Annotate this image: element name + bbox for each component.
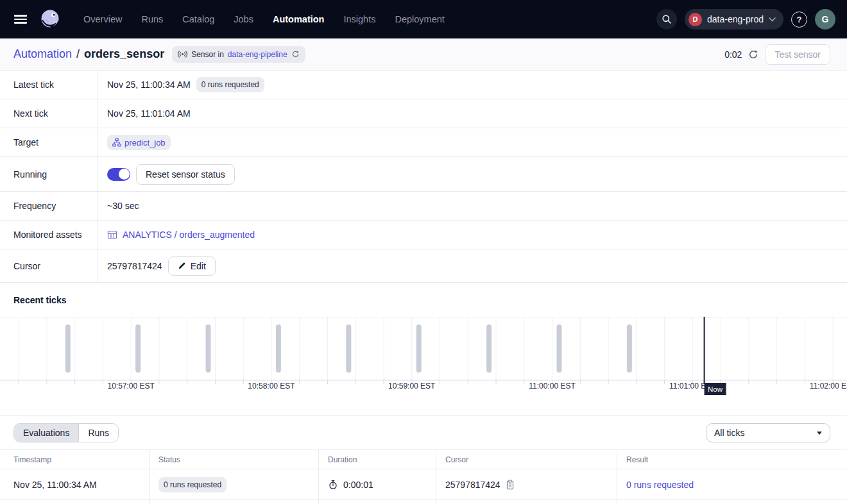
copy-cursor-icon[interactable] (506, 480, 515, 490)
refresh-icon (748, 49, 758, 60)
evaluations-table-header: Timestamp Status Duration Cursor Result (0, 449, 847, 469)
eval-timestamp: Nov 25, 11:00:34 AM (13, 480, 97, 490)
evaluation-row: Nov 25, 11:00:34 AM 0 runs requested 0:0… (0, 469, 847, 500)
refresh-countdown: 0:02 (724, 49, 742, 60)
tick-bar[interactable] (556, 324, 561, 373)
sensor-icon (178, 50, 187, 58)
recent-ticks-heading: Recent ticks (0, 283, 847, 317)
tick-filter-dropdown[interactable]: All ticks (706, 423, 830, 442)
eval-duration: 0:00:01 (343, 480, 373, 490)
tab-runs[interactable]: Runs (79, 424, 118, 442)
monitored-asset-name: ANALYTICS / orders_augmented (123, 230, 255, 240)
page-title: orders_sensor (84, 47, 164, 61)
evaluation-row-partial (0, 500, 847, 504)
tick-filter-value: All ticks (714, 428, 744, 438)
dagster-logo-icon[interactable] (38, 8, 62, 31)
primary-nav: Overview Runs Catalog Jobs Automation In… (83, 14, 445, 24)
axis-time-label: 10:57:00 EST (108, 382, 155, 391)
row-cursor: Cursor 25797817424 Edit (0, 249, 847, 283)
sensor-type-badge: Sensor in data-eng-pipeline (172, 46, 305, 63)
running-label: Running (0, 157, 98, 191)
breadcrumb-automation-link[interactable]: Automation (13, 47, 72, 61)
axis-time-label: 10:58:00 EST (248, 382, 295, 391)
row-latest-tick: Latest tick Nov 25, 11:00:34 AM 0 runs r… (0, 71, 847, 99)
job-icon (112, 138, 121, 147)
nav-item-catalog[interactable]: Catalog (182, 14, 214, 24)
hamburger-menu-icon[interactable] (14, 12, 30, 27)
axis-time-label: 10:59:00 EST (388, 382, 436, 391)
frequency-value: ~30 sec (107, 201, 139, 211)
tick-bar[interactable] (346, 324, 351, 373)
nav-item-automation[interactable]: Automation (273, 14, 325, 24)
eval-cursor: 25797817424 (445, 480, 501, 490)
reload-repo-icon[interactable] (291, 50, 300, 58)
stopwatch-icon (328, 480, 338, 490)
eval-result-link[interactable]: 0 runs requested (626, 480, 694, 490)
search-button[interactable] (656, 9, 677, 29)
tick-bar[interactable] (627, 324, 632, 373)
view-segmented-control: Evaluations Runs (13, 423, 119, 442)
edit-cursor-button[interactable]: Edit (168, 256, 216, 276)
col-result: Result (617, 450, 847, 469)
row-monitored-assets: Monitored assets ANALYTICS / orders_augm… (0, 221, 847, 249)
help-icon[interactable]: ? (791, 12, 807, 28)
repo-link[interactable]: data-eng-pipeline (228, 50, 287, 59)
col-cursor: Cursor (436, 450, 617, 469)
row-running: Running Reset sensor status (0, 157, 847, 192)
now-badge-label: Now (708, 385, 723, 393)
tick-bar[interactable] (206, 324, 211, 373)
refresh-button[interactable] (748, 49, 758, 60)
chevron-down-icon (769, 17, 776, 22)
evaluations-toolbar: Evaluations Runs All ticks (0, 416, 847, 449)
col-duration: Duration (319, 450, 436, 469)
monitored-asset-link[interactable]: ANALYTICS / orders_augmented (107, 230, 255, 240)
eval-status-badge: 0 runs requested (158, 477, 227, 492)
frequency-label: Frequency (0, 192, 98, 220)
recent-ticks-timeline[interactable]: 10:57:00 EST10:58:00 EST10:59:00 EST11:0… (0, 317, 847, 398)
asset-table-icon (107, 230, 117, 240)
reset-sensor-status-button[interactable]: Reset sensor status (136, 164, 235, 185)
pencil-icon (178, 262, 186, 270)
breadcrumb-separator: / (76, 47, 80, 61)
row-target: Target predict_job (0, 128, 847, 157)
deployment-name: data-eng-prod (707, 14, 764, 24)
job-link[interactable]: predict_job (124, 138, 166, 147)
row-next-tick: Next tick Nov 25, 11:01:04 AM (0, 99, 847, 128)
deployment-switcher[interactable]: D data-eng-prod (685, 9, 783, 29)
next-tick-label: Next tick (0, 99, 98, 128)
page-header: Automation / orders_sensor Sensor in dat… (0, 38, 847, 71)
axis-time-label: 11:00:00 EST (529, 382, 576, 391)
job-chip[interactable]: predict_job (107, 135, 171, 150)
row-frequency: Frequency ~30 sec (0, 192, 847, 221)
deployment-avatar: D (689, 13, 702, 26)
latest-tick-status-badge: 0 runs requested (196, 77, 264, 92)
header-actions: 0:02 Test sensor (724, 44, 830, 65)
nav-item-insights[interactable]: Insights (343, 14, 375, 24)
tick-bar[interactable] (276, 324, 281, 373)
col-timestamp: Timestamp (0, 450, 150, 469)
dropdown-caret-icon (817, 432, 822, 435)
latest-tick-value: Nov 25, 11:00:34 AM (107, 80, 191, 90)
cursor-label: Cursor (0, 249, 98, 282)
sensor-properties: Latest tick Nov 25, 11:00:34 AM 0 runs r… (0, 71, 847, 283)
tick-bar[interactable] (486, 324, 492, 373)
latest-tick-label: Latest tick (0, 71, 98, 99)
running-toggle[interactable] (107, 168, 130, 181)
nav-item-deployment[interactable]: Deployment (395, 14, 444, 24)
cursor-value: 25797817424 (107, 261, 162, 271)
top-nav: Overview Runs Catalog Jobs Automation In… (0, 0, 847, 38)
badge-type-text: Sensor in (191, 50, 224, 59)
user-avatar[interactable]: G (815, 9, 835, 29)
tab-evaluations[interactable]: Evaluations (14, 424, 79, 442)
nav-right-cluster: D data-eng-prod ? G (656, 9, 835, 29)
monitored-assets-label: Monitored assets (0, 221, 98, 249)
nav-item-runs[interactable]: Runs (141, 14, 163, 24)
nav-item-overview[interactable]: Overview (83, 14, 122, 24)
test-sensor-button[interactable]: Test sensor (765, 44, 830, 65)
tick-bar[interactable] (65, 324, 71, 373)
target-label: Target (0, 128, 98, 156)
tick-bar[interactable] (135, 324, 141, 373)
nav-item-jobs[interactable]: Jobs (234, 14, 253, 24)
next-tick-value: Nov 25, 11:01:04 AM (107, 108, 191, 119)
tick-bar[interactable] (416, 324, 422, 373)
